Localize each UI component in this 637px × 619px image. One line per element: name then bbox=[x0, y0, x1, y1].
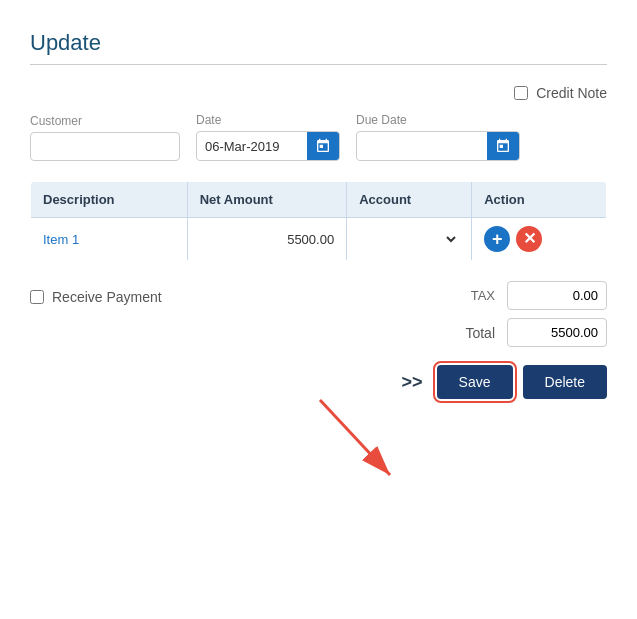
due-date-input[interactable] bbox=[357, 133, 487, 160]
action-buttons-row: >> Save Delete bbox=[402, 365, 607, 399]
receive-payment-row: Receive Payment bbox=[30, 289, 162, 305]
date-group: Date bbox=[196, 113, 340, 161]
remove-row-button[interactable]: ✕ bbox=[516, 226, 542, 252]
col-account: Account bbox=[347, 182, 472, 218]
title-divider bbox=[30, 64, 607, 65]
tax-input[interactable] bbox=[507, 281, 607, 310]
page-title: Update bbox=[30, 30, 607, 56]
form-fields-row: Customer Date Due Date bbox=[30, 113, 607, 161]
total-label: Total bbox=[445, 325, 495, 341]
account-cell bbox=[347, 218, 472, 261]
table-row: Item 1 5500.00 + ✕ bbox=[31, 218, 607, 261]
customer-group: Customer bbox=[30, 114, 180, 161]
customer-input[interactable] bbox=[30, 132, 180, 161]
total-input[interactable] bbox=[507, 318, 607, 347]
chevron-icon: >> bbox=[402, 372, 423, 393]
item-link[interactable]: Item 1 bbox=[43, 232, 79, 247]
tax-label: TAX bbox=[445, 288, 495, 303]
calendar-icon bbox=[315, 138, 331, 154]
action-buttons-cell: + ✕ bbox=[484, 226, 594, 252]
due-date-group: Due Date bbox=[356, 113, 520, 161]
calendar-icon-due bbox=[495, 138, 511, 154]
arrow-annotation bbox=[260, 390, 460, 510]
receive-payment-section: Receive Payment bbox=[30, 281, 162, 305]
action-cell: + ✕ bbox=[472, 218, 607, 261]
date-label: Date bbox=[196, 113, 340, 127]
customer-label: Customer bbox=[30, 114, 180, 128]
col-action: Action bbox=[472, 182, 607, 218]
date-input-wrapper bbox=[196, 131, 340, 161]
col-net-amount: Net Amount bbox=[187, 182, 346, 218]
credit-note-checkbox[interactable] bbox=[514, 86, 528, 100]
receive-payment-label: Receive Payment bbox=[52, 289, 162, 305]
receive-payment-checkbox[interactable] bbox=[30, 290, 44, 304]
invoice-table: Description Net Amount Account Action It… bbox=[30, 181, 607, 261]
due-date-label: Due Date bbox=[356, 113, 520, 127]
date-calendar-button[interactable] bbox=[307, 132, 339, 160]
table-header-row: Description Net Amount Account Action bbox=[31, 182, 607, 218]
tax-row: TAX bbox=[445, 281, 607, 310]
add-row-button[interactable]: + bbox=[484, 226, 510, 252]
total-row: Total bbox=[445, 318, 607, 347]
svg-line-1 bbox=[320, 400, 390, 475]
account-dropdown[interactable] bbox=[359, 231, 459, 248]
date-input[interactable] bbox=[197, 133, 307, 160]
due-date-input-wrapper bbox=[356, 131, 520, 161]
col-description: Description bbox=[31, 182, 188, 218]
description-cell: Item 1 bbox=[31, 218, 188, 261]
credit-note-row: Credit Note bbox=[30, 85, 607, 101]
delete-button[interactable]: Delete bbox=[523, 365, 607, 399]
bottom-section: Receive Payment TAX Total >> Save Delete bbox=[30, 281, 607, 399]
bottom-right-section: TAX Total >> Save Delete bbox=[402, 281, 607, 399]
account-select-wrapper bbox=[359, 231, 459, 248]
due-date-calendar-button[interactable] bbox=[487, 132, 519, 160]
credit-note-label: Credit Note bbox=[536, 85, 607, 101]
net-amount-cell: 5500.00 bbox=[187, 218, 346, 261]
save-button[interactable]: Save bbox=[437, 365, 513, 399]
